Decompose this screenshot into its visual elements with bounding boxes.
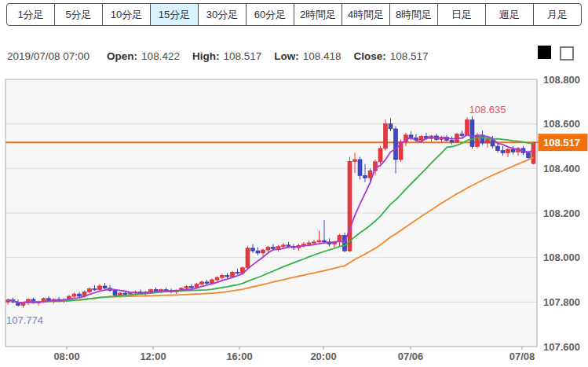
timeframe-button-3[interactable]: 15分足 [150,3,199,26]
svg-text:107.600: 107.600 [543,341,580,353]
timeframe-button-2[interactable]: 10分足 [102,3,151,26]
svg-text:108.800: 108.800 [543,74,580,86]
svg-text:07/06: 07/06 [398,350,424,362]
session-high-label: 108.635 [469,104,506,116]
svg-text:108.600: 108.600 [543,118,580,130]
close-value: 108.517 [390,50,429,62]
svg-text:08:00: 08:00 [53,350,79,362]
timeframe-button-9[interactable]: 日足 [437,3,486,26]
ohlc-info-row: 2019/07/08 07:00 Open: 108.422 High: 108… [7,49,441,63]
candlestick-chart: 108.800108.600108.400108.200108.000107.8… [0,71,588,367]
timeframe-button-5[interactable]: 60分足 [246,3,294,26]
open-label: Open: [107,50,137,62]
close-label: Close: [354,50,386,62]
timeframe-button-4[interactable]: 30分足 [198,3,247,26]
timeframe-button-8[interactable]: 8時間足 [389,3,438,26]
svg-text:20:00: 20:00 [310,350,336,362]
timeframe-toolbar: 1分足5分足10分足15分足30分足60分足2時間足4時間足8時間足日足週足月足 [6,3,582,26]
quote-datetime: 2019/07/08 07:00 [7,50,89,62]
svg-text:108.517: 108.517 [543,137,580,149]
high-value: 108.517 [223,50,261,62]
svg-text:07/08: 07/08 [509,350,535,362]
svg-text:107.800: 107.800 [543,296,580,308]
svg-text:108.400: 108.400 [543,163,580,174]
svg-text:12:00: 12:00 [140,350,166,362]
open-value: 108.422 [141,50,180,62]
timeframe-button-7[interactable]: 4時間足 [341,3,390,26]
candle-color-hollow-swatch[interactable] [560,46,574,61]
svg-text:108.000: 108.000 [543,251,580,263]
svg-text:108.200: 108.200 [543,207,580,219]
current-price-badge: 108.517 [539,134,588,151]
low-label: Low: [274,50,299,62]
timeframe-button-6[interactable]: 2時間足 [294,3,342,26]
low-value: 108.418 [303,50,341,62]
candle-color-filled-swatch[interactable] [538,46,551,59]
high-label: High: [192,50,220,62]
timeframe-button-11[interactable]: 月足 [533,3,582,26]
timeframe-button-0[interactable]: 1分足 [6,3,55,26]
y-axis-labels: 108.800108.600108.400108.200108.000107.8… [543,74,580,353]
timeframe-button-1[interactable]: 5分足 [54,3,103,26]
x-axis-labels: 08:0012:0016:0020:0007/0607/08 [53,347,535,362]
svg-text:16:00: 16:00 [226,350,252,362]
session-low-label: 107.774 [6,314,43,326]
timeframe-button-10[interactable]: 週足 [485,3,534,26]
